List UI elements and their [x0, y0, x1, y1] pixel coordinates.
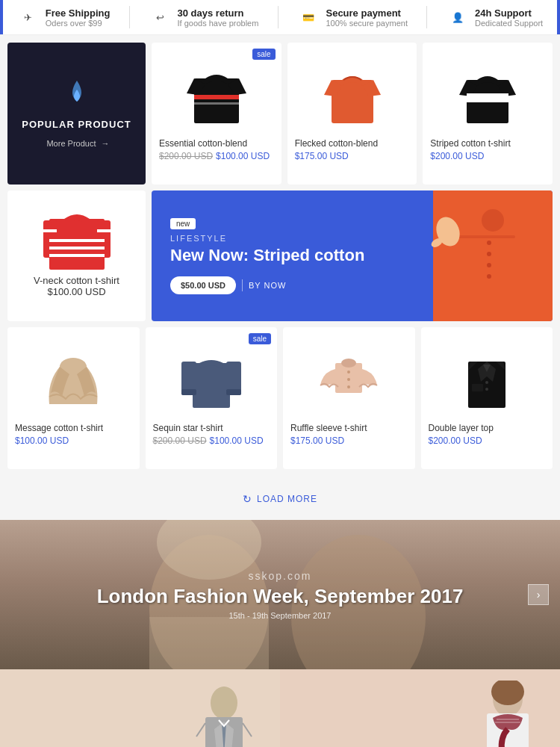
product-name-flecked: Flecked cotton-blend: [295, 138, 410, 149]
svg-rect-13: [49, 254, 105, 257]
product-name-essential: Essential cotton-blend: [159, 138, 274, 149]
svg-point-30: [341, 359, 356, 368]
svg-rect-6: [49, 219, 105, 270]
product-image-ruffle: [290, 335, 408, 417]
svg-point-33: [347, 385, 350, 388]
product-image-message: [15, 335, 132, 417]
svg-rect-28: [226, 389, 241, 395]
shipping-icon: ✈: [17, 6, 40, 28]
load-more-button[interactable]: ↻ LOAD MORE: [243, 493, 317, 505]
svg-rect-10: [97, 229, 111, 232]
product-name-sequin: Sequin star t-shirt: [153, 423, 270, 433]
refresh-icon: ↻: [243, 493, 252, 505]
product-price-essential: $200.00 USD$100.00 USD: [159, 151, 274, 161]
support-title: 24h Support: [475, 7, 543, 19]
watermark: sskop.com: [97, 570, 464, 582]
fashion-next-arrow[interactable]: ›: [528, 584, 549, 605]
banner-divider: [242, 279, 243, 291]
support-sub: Dedicated Support: [475, 19, 543, 28]
product-price-ruffle: $175.00 USD: [290, 436, 408, 446]
svg-rect-12: [49, 247, 105, 249]
svg-rect-1: [194, 95, 239, 99]
svg-rect-27: [181, 389, 196, 395]
product-row-2: V-neck cotton t-shirt $100.00 USD new LI…: [7, 190, 553, 321]
product-image-striped: [430, 50, 545, 132]
svg-point-19: [487, 263, 491, 267]
fashion-banner-content: sskop.com London Fashion Week, September…: [97, 570, 464, 620]
svg-rect-9: [43, 229, 57, 232]
svg-rect-5: [467, 93, 508, 102]
product-card-vneck[interactable]: V-neck cotton t-shirt $100.00 USD: [7, 190, 146, 321]
banner-image: [358, 190, 553, 321]
svg-rect-35: [472, 384, 483, 391]
product-image-double: [429, 335, 546, 417]
return-sub: If goods have problem: [178, 19, 259, 28]
lifestyle-banner: new LIFESTYLE New Now: Striped cotton $5…: [152, 190, 553, 321]
payment-title: Secure payment: [326, 7, 407, 19]
popular-product-card[interactable]: POPULAR PRODUCT More Product →: [7, 43, 146, 185]
svg-point-18: [487, 252, 491, 256]
fashion-sub: 15th - 19th September 2017: [97, 611, 464, 620]
svg-point-20: [487, 274, 491, 279]
suits-card[interactable]: SUITS Slim Fit Prince of Wales Check Woo…: [0, 669, 280, 747]
product-card-essential[interactable]: sale Essential cotton-blend $200.00 U: [152, 43, 281, 185]
banner-price-button[interactable]: $50.00 USD: [170, 276, 236, 294]
divider-3: [426, 6, 427, 28]
banner-title: New Now: Striped cotton: [170, 246, 364, 265]
product-card-message[interactable]: Message cotton t-shirt $100.00 USD: [7, 327, 140, 469]
product-image-essential: [159, 50, 274, 132]
return-title: 30 days return: [178, 7, 259, 19]
product-card-sequin[interactable]: sale Sequin star t-shirt $200.00 USD$100…: [146, 327, 278, 469]
top-bar-support: 👤 24h Support Dedicated Support: [447, 6, 543, 28]
product-card-ruffle[interactable]: Ruffle sleeve t-shirt $175.00 USD: [283, 327, 415, 469]
product-card-flecked[interactable]: Flecked cotton-blend $175.00 USD: [287, 43, 417, 185]
svg-point-15: [482, 209, 504, 232]
svg-point-36: [485, 381, 488, 384]
svg-rect-24: [193, 363, 230, 408]
payment-icon: 💳: [297, 6, 320, 28]
product-name-double: Double layer top: [429, 423, 546, 433]
more-product-button[interactable]: More Product →: [43, 139, 109, 148]
fashion-title: London Fashion Week, September 2017: [97, 585, 464, 608]
product-price-double: $200.00 USD: [429, 436, 546, 446]
product-image-sequin: [153, 335, 270, 417]
banner-actions: $50.00 USD BY NOW: [170, 276, 364, 294]
product-price-message: $100.00 USD: [15, 436, 132, 446]
svg-rect-2: [194, 102, 239, 105]
banner-buy-button[interactable]: BY NOW: [249, 281, 286, 290]
main-section: POPULAR PRODUCT More Product → sale: [0, 35, 560, 483]
product-name-ruffle: Ruffle sleeve t-shirt: [290, 423, 408, 433]
payment-sub: 100% secure payment: [326, 19, 407, 28]
svg-rect-16: [455, 235, 515, 238]
popular-title: POPULAR PRODUCT: [22, 119, 131, 130]
svg-point-17: [487, 241, 491, 245]
top-bar: ✈ Free Shipping Oders over $99 ↩ 30 days…: [0, 0, 560, 35]
bottom-cards-row: SUITS Slim Fit Prince of Wales Check Woo…: [0, 669, 560, 747]
product-price-striped: $200.00 USD: [430, 151, 545, 161]
product-price-flecked: $175.00 USD: [295, 151, 410, 161]
load-more-section: ↻ LOAD MORE: [0, 483, 560, 520]
scarves-card[interactable]: SCARVES Lightweight check wool cashmere …: [280, 669, 560, 747]
top-bar-payment: 💳 Secure payment 100% secure payment: [297, 6, 407, 28]
shipping-title: Free Shipping: [46, 7, 111, 19]
product-price-sequin: $200.00 USD$100.00 USD: [153, 436, 270, 446]
banner-badge: new: [170, 218, 196, 229]
svg-rect-41: [149, 617, 269, 669]
product-row-3: Message cotton t-shirt $100.00 USD sale: [7, 327, 553, 469]
sale-badge-sequin: sale: [249, 333, 271, 344]
product-name-message: Message cotton t-shirt: [15, 423, 132, 433]
divider-1: [129, 6, 130, 28]
banner-category: LIFESTYLE: [170, 234, 364, 243]
product-card-double[interactable]: Double layer top $200.00 USD: [421, 327, 553, 469]
banner-content: new LIFESTYLE New Now: Striped cotton $5…: [152, 202, 383, 309]
shipping-sub: Oders over $99: [46, 19, 111, 28]
svg-rect-11: [49, 239, 105, 242]
product-image-flecked: [295, 50, 410, 132]
svg-point-42: [211, 686, 237, 719]
product-row-1: POPULAR PRODUCT More Product → sale: [7, 43, 553, 185]
product-price-vneck: $100.00 USD: [47, 286, 105, 297]
product-image-vneck: [43, 198, 111, 275]
product-card-striped[interactable]: Striped cotton t-shirt $200.00 USD: [423, 43, 553, 185]
fire-icon: [65, 79, 89, 113]
top-bar-return: ↩ 30 days return If goods have problem: [149, 6, 259, 28]
